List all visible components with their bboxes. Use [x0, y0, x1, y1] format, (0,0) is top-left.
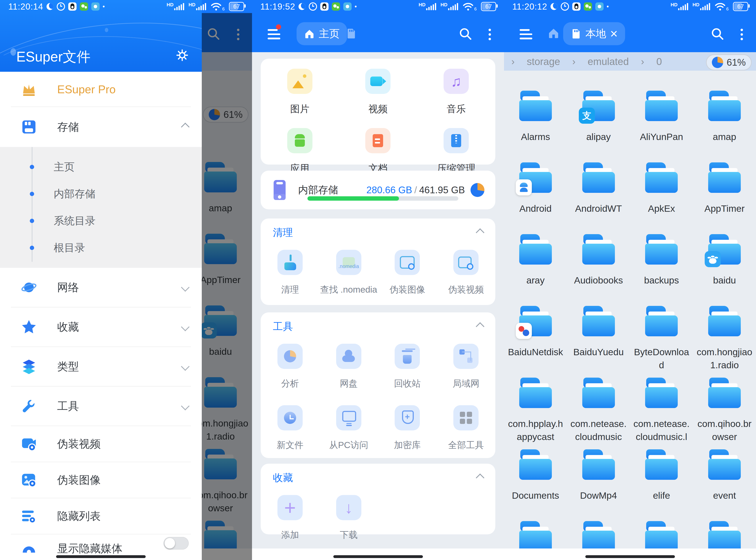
folder-item[interactable]: DowMp4 [568, 449, 629, 521]
folder-item[interactable]: baidu [202, 305, 251, 358]
home-ghost-icon[interactable] [548, 27, 560, 39]
tab-local[interactable]: 本地 [563, 22, 625, 45]
sidebar-item-network[interactable]: 网络 [0, 268, 202, 307]
gesture-handle[interactable] [56, 555, 146, 558]
cleanup-item[interactable]: 伪装图像 [390, 250, 425, 296]
cleanup-item[interactable]: 伪装视频 [448, 250, 484, 296]
folder-item[interactable]: Alarms [505, 91, 566, 162]
gesture-handle[interactable] [333, 555, 423, 558]
tool-item[interactable]: 加密库 [394, 405, 421, 451]
sidebar-item-favorites[interactable]: 收藏 [0, 307, 202, 346]
cleanup-label: 清理 [281, 284, 299, 296]
chevron-down-icon[interactable] [181, 402, 190, 411]
chevron-down-icon[interactable] [181, 283, 190, 292]
storage-card[interactable]: 内部存储 280.66 GB / 461.95 GB [261, 171, 495, 209]
storage-usage-badge[interactable]: 61% [706, 54, 752, 71]
folder-item[interactable]: backups [631, 234, 692, 306]
hamburger-menu-icon[interactable] [520, 26, 532, 42]
folder-item[interactable]: alipay [568, 91, 629, 162]
sidebar-subitem-system-directory[interactable]: 系统目录 [0, 214, 202, 228]
category-item[interactable]: 文档 [365, 128, 391, 175]
folder-item[interactable]: elife [631, 449, 692, 521]
folder-item[interactable]: com.hongjiao1.radio [694, 306, 755, 378]
folder-item[interactable] [505, 521, 566, 548]
cleanup-item[interactable]: 清理 [277, 250, 303, 296]
folder-item[interactable]: ByteDownload [631, 306, 692, 378]
folder-item[interactable]: baidu [694, 234, 755, 306]
folder-item[interactable]: AliYunPan [631, 91, 692, 162]
folder-item[interactable]: aray [505, 234, 566, 306]
chevron-up-icon[interactable] [476, 322, 484, 331]
pie-chart-icon[interactable] [471, 183, 484, 197]
breadcrumb-storage[interactable]: storage [527, 56, 560, 67]
search-icon[interactable] [206, 26, 220, 41]
sidebar-item-tools[interactable]: 工具 [0, 386, 202, 426]
sidebar-item-types[interactable]: 类型 [0, 347, 202, 386]
hamburger-menu-icon[interactable] [268, 26, 280, 42]
folder-item[interactable]: BaiduYuedu [568, 306, 629, 378]
folder-item[interactable]: com.netease.cloudmusic [568, 378, 629, 449]
search-icon[interactable] [710, 26, 724, 41]
sidebar-subitem-root-directory[interactable]: 根目录 [0, 241, 202, 255]
folder-item[interactable]: com.hpplay.happycast [505, 378, 566, 449]
sidebar-item-hidden-list[interactable]: 隐藏列表 [0, 498, 202, 534]
breadcrumb-0[interactable]: 0 [656, 56, 662, 67]
folder-item[interactable]: event [694, 449, 755, 521]
tool-item[interactable]: 从PC访问 [329, 405, 368, 451]
folder-item[interactable]: com.netease.cloudmusic.l [631, 378, 692, 449]
folder-item[interactable]: AndroidWT [568, 162, 629, 234]
gesture-handle[interactable] [585, 555, 675, 558]
folder-item[interactable]: AppTimer [202, 234, 251, 286]
cleanup-item[interactable]: .nomedia 查找 .nomedia [320, 250, 377, 296]
folder-item[interactable] [568, 521, 629, 548]
close-icon[interactable] [610, 27, 618, 40]
category-item[interactable]: 应用 [287, 128, 313, 175]
folder-item[interactable]: ApkEx [631, 162, 692, 234]
tool-item[interactable]: 新文件 [277, 405, 303, 451]
more-menu-icon[interactable] [740, 26, 743, 42]
chevron-down-icon[interactable] [181, 323, 190, 331]
favorite-item[interactable]: 添加 [277, 495, 303, 541]
folder-item[interactable]: com.qihoo.browser [694, 378, 755, 449]
category-item[interactable]: 音乐 [443, 69, 469, 116]
breadcrumb-emulated[interactable]: emulated [588, 56, 629, 67]
search-icon[interactable] [458, 26, 473, 41]
tool-item[interactable]: 分析 [277, 344, 303, 389]
chevron-up-icon[interactable] [181, 123, 190, 131]
tool-item[interactable]: 局域网 [453, 344, 479, 389]
folder-item[interactable] [631, 521, 692, 548]
tab-home[interactable]: 主页 [297, 22, 347, 45]
toggle-off[interactable] [163, 537, 189, 549]
sidebar-item-storage[interactable]: 存储 [0, 107, 202, 147]
folder-item[interactable] [694, 521, 755, 548]
folder-item[interactable]: com.qihoo.browser [202, 449, 251, 515]
signal-icon: HD [693, 3, 710, 10]
sidebar-item-disguised-image[interactable]: 伪装图像 [0, 462, 202, 498]
folder-item[interactable]: BaiduNetdisk [505, 306, 566, 378]
more-menu-icon[interactable] [489, 26, 491, 42]
folder-item[interactable]: Documents [505, 449, 566, 521]
folder-item[interactable]: Android [505, 162, 566, 234]
gear-icon[interactable] [175, 48, 189, 62]
category-item[interactable]: 压缩管理 [437, 128, 475, 175]
folder-item[interactable]: amap [202, 162, 251, 215]
chevron-up-icon[interactable] [476, 228, 484, 237]
category-item[interactable]: 图片 [287, 69, 313, 116]
folder-item[interactable]: Audiobooks [568, 234, 629, 306]
more-menu-icon[interactable] [237, 26, 240, 42]
tool-item[interactable]: 网盘 [336, 344, 361, 389]
sidebar-subitem-home[interactable]: 主页 [0, 160, 202, 174]
sidebar-subitem-internal-storage[interactable]: 内部存储 [0, 187, 202, 201]
folder-item[interactable]: AppTimer [694, 162, 755, 234]
favorite-item[interactable]: 下载 [336, 495, 361, 541]
storage-usage-badge[interactable]: 61% [203, 106, 248, 123]
sidebar-item-esuper-pro[interactable]: ESuper Pro [0, 72, 202, 106]
folder-item[interactable]: amap [694, 91, 755, 162]
category-item[interactable]: 视频 [365, 69, 391, 116]
chevron-up-icon[interactable] [476, 474, 484, 482]
folder-item[interactable]: com.hongjiao1.radio [202, 377, 251, 443]
sidebar-item-disguised-video[interactable]: 伪装视频 [0, 426, 202, 462]
chevron-down-icon[interactable] [181, 362, 190, 371]
tool-item[interactable]: 回收站 [394, 344, 421, 389]
tool-item[interactable]: 全部工具 [448, 405, 484, 451]
